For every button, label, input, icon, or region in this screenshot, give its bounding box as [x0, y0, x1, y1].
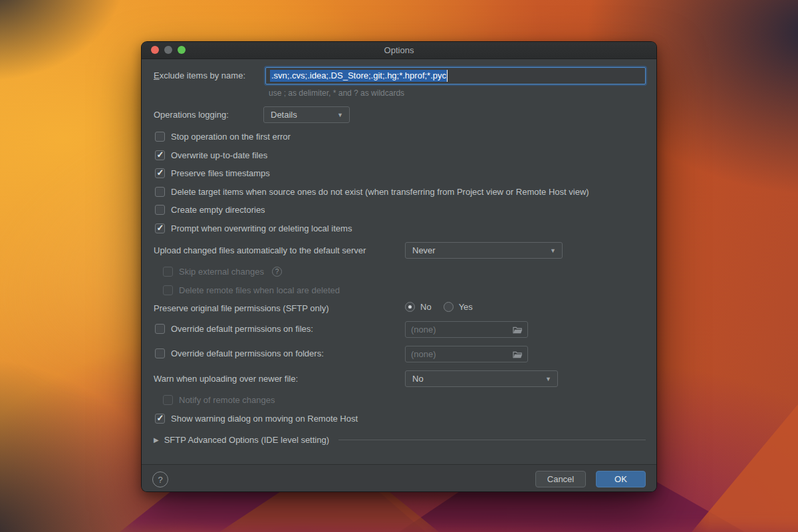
sftp-advanced-toggle[interactable]: ▶ SFTP Advanced Options (IDE level setti… [154, 435, 646, 445]
checkbox-delete-remote: Delete remote files when local are delet… [163, 285, 340, 295]
window-title: Options [384, 45, 414, 55]
operations-logging-value: Details [271, 110, 297, 120]
operations-logging-label: Operations logging: [154, 110, 229, 120]
chevron-down-icon: ▼ [545, 375, 551, 382]
folder-icon[interactable] [513, 325, 523, 335]
checkbox-icon [155, 414, 165, 424]
override-folders-value: (none) [411, 349, 436, 359]
exclude-input[interactable]: .svn;.cvs;.idea;.DS_Store;.git;.hg;*.hpr… [265, 67, 646, 84]
upload-auto-value: Never [412, 245, 436, 255]
radio-yes-label: Yes [459, 302, 473, 312]
chevron-down-icon: ▼ [550, 247, 556, 253]
override-files-value: (none) [411, 325, 436, 334]
help-button[interactable]: ? [152, 471, 168, 487]
override-folders-field[interactable]: (none) [405, 346, 528, 362]
checkbox-label: Skip external changes [179, 267, 264, 277]
checkbox-label: Override default permissions on folders: [171, 348, 324, 358]
checkbox-label: Delete remote files when local are delet… [179, 285, 340, 295]
warn-newer-label: Warn when uploading over newer file: [154, 374, 298, 384]
warn-newer-select[interactable]: No ▼ [405, 370, 558, 387]
radio-yes[interactable]: Yes [444, 302, 473, 312]
upload-auto-label: Upload changed files automatically to th… [154, 245, 366, 255]
exclude-input-selected-text: .svn;.cvs;.idea;.DS_Store;.git;.hg;*.hpr… [270, 70, 448, 82]
checkbox-delete-target-items[interactable]: Delete target items when source ones do … [155, 187, 589, 197]
checkbox-icon [155, 132, 165, 142]
radio-no[interactable]: No [405, 302, 432, 312]
checkbox-icon [163, 267, 173, 277]
checkbox-notify-remote: Notify of remote changes [163, 395, 275, 405]
help-icon[interactable]: ? [272, 267, 282, 277]
checkbox-icon [155, 348, 165, 358]
checkbox-override-folders[interactable]: Override default permissions on folders: [155, 348, 324, 358]
radio-unselected-icon [444, 302, 454, 312]
checkbox-prompt-overwrite[interactable]: Prompt when overwriting or deleting loca… [155, 223, 352, 233]
sftp-advanced-label: SFTP Advanced Options (IDE level setting… [164, 435, 329, 445]
checkbox-create-empty-dirs[interactable]: Create empty directories [155, 205, 265, 215]
checkbox-label: Show warning dialog on moving on Remote … [171, 414, 358, 424]
operations-logging-select[interactable]: Details ▼ [263, 106, 350, 123]
checkbox-label: Stop operation on the first error [171, 132, 291, 142]
checkbox-label: Preserve files timestamps [171, 168, 270, 178]
preserve-permissions-label: Preserve original file permissions (SFTP… [154, 303, 329, 313]
warn-newer-value: No [412, 374, 424, 384]
checkbox-stop-on-error[interactable]: Stop operation on the first error [155, 132, 291, 142]
checkbox-override-files[interactable]: Override default permissions on files: [155, 324, 313, 334]
titlebar[interactable]: Options [142, 42, 656, 59]
wallpaper-facet [692, 372, 798, 532]
exclude-hint: use ; as delimiter, * and ? as wildcards [269, 88, 404, 98]
minimize-icon[interactable] [164, 46, 172, 54]
checkbox-icon [155, 205, 165, 215]
checkbox-icon [163, 395, 173, 405]
checkbox-label: Create empty directories [171, 205, 265, 215]
checkbox-label: Overwrite up-to-date files [171, 150, 267, 160]
checkbox-show-warning-dialog[interactable]: Show warning dialog on moving on Remote … [155, 414, 358, 424]
cancel-button[interactable]: Cancel [535, 471, 586, 487]
options-dialog: Options Exclude items by name: .svn;.cvs… [141, 41, 657, 492]
separator-line [338, 440, 646, 440]
checkbox-icon [155, 223, 165, 233]
disclosure-triangle-icon: ▶ [154, 436, 159, 444]
checkbox-skip-external: Skip external changes ? [163, 267, 282, 277]
checkbox-label: Notify of remote changes [179, 395, 275, 405]
checkbox-icon [155, 168, 165, 178]
help-icon: ? [158, 475, 162, 485]
radio-selected-icon [405, 302, 415, 312]
checkbox-overwrite-uptodate[interactable]: Overwrite up-to-date files [155, 150, 267, 160]
zoom-icon[interactable] [178, 46, 186, 54]
checkbox-icon [155, 187, 165, 197]
preserve-permissions-radios: No Yes [405, 302, 473, 312]
upload-auto-select[interactable]: Never ▼ [405, 242, 563, 259]
ok-button[interactable]: OK [596, 471, 646, 487]
radio-no-label: No [420, 302, 432, 312]
folder-icon[interactable] [513, 350, 523, 360]
checkbox-icon [155, 150, 165, 160]
close-icon[interactable] [151, 46, 159, 54]
dialog-footer: ? Cancel OK [142, 464, 656, 492]
exclude-label: Exclude items by name: [154, 70, 245, 80]
traffic-lights [151, 46, 186, 54]
checkbox-label: Prompt when overwriting or deleting loca… [171, 223, 352, 233]
checkbox-icon [163, 285, 173, 295]
chevron-down-icon: ▼ [337, 111, 343, 118]
checkbox-preserve-timestamps[interactable]: Preserve files timestamps [155, 168, 270, 178]
checkbox-icon [155, 324, 165, 334]
override-files-field[interactable]: (none) [405, 321, 528, 338]
checkbox-label: Override default permissions on files: [171, 324, 313, 334]
checkbox-label: Delete target items when source ones do … [171, 187, 589, 197]
